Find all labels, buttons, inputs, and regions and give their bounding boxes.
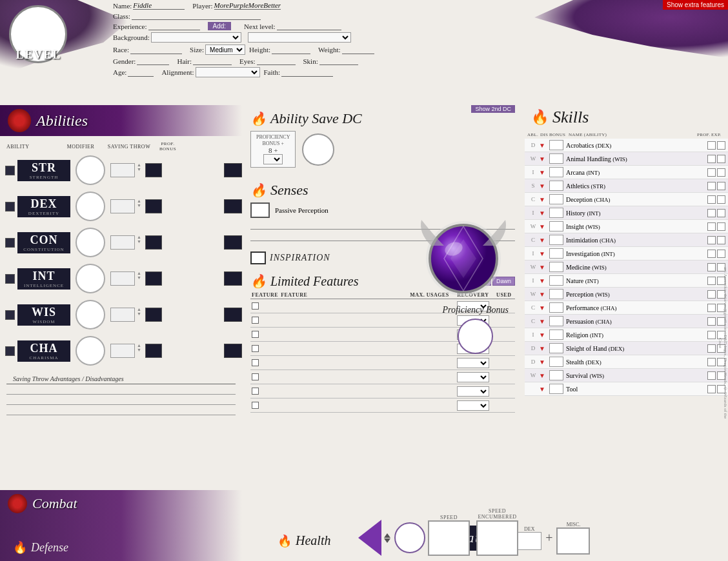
skill-prof-checkbox[interactable]	[707, 141, 716, 150]
skill-prof-checkbox[interactable]	[707, 222, 716, 231]
skill-prof-checkbox[interactable]	[707, 358, 716, 366]
skill-prof-checkbox[interactable]	[707, 331, 716, 339]
age-value[interactable]	[128, 68, 154, 77]
race-value[interactable]	[130, 46, 182, 54]
lf-row-checkbox[interactable]	[252, 317, 259, 324]
lf-recovery-select[interactable]	[457, 400, 489, 411]
ability-score-box-dex[interactable]	[5, 202, 15, 212]
lf-row-checkbox[interactable]	[252, 402, 259, 409]
misc-field[interactable]	[556, 527, 590, 555]
skill-prof-checkbox[interactable]	[707, 182, 716, 190]
lf-row-max-usages[interactable]	[409, 399, 456, 413]
lf-row-feature[interactable]	[279, 299, 409, 313]
initiative-up-icon[interactable]	[384, 533, 390, 538]
lf-row-used[interactable]	[495, 399, 515, 413]
ability-save-box-wis[interactable]	[110, 308, 135, 322]
lf-row-recovery[interactable]	[456, 370, 495, 384]
ability-side-btn-int[interactable]	[224, 271, 242, 286]
speed-field[interactable]	[428, 520, 470, 556]
lf-row-max-usages[interactable]	[409, 356, 456, 370]
prof-bonus-box-int[interactable]	[145, 271, 162, 286]
skill-prof-checkbox[interactable]	[707, 250, 716, 258]
lf-row-checkbox[interactable]	[252, 388, 259, 395]
ability-score-box-wis[interactable]	[5, 310, 15, 320]
lf-row-feature[interactable]	[279, 342, 409, 356]
lf-row-checkbox[interactable]	[252, 302, 259, 310]
ability-score-box-str[interactable]	[5, 166, 15, 175]
dc-select[interactable]	[263, 154, 283, 164]
skill-prof-checkbox[interactable]	[707, 344, 716, 353]
prof-bonus-box-str[interactable]	[145, 163, 162, 177]
ability-side-btn-dex[interactable]	[224, 199, 242, 213]
lf-row-used[interactable]	[495, 370, 515, 384]
lf-row-feature[interactable]	[279, 313, 409, 328]
skill-prof-checkbox[interactable]	[707, 290, 716, 299]
gender-value[interactable]	[137, 57, 169, 65]
skill-prof-checkbox[interactable]	[707, 317, 716, 326]
ability-score-box-cha[interactable]	[5, 346, 15, 356]
prof-bonus-box-cha[interactable]	[145, 344, 162, 358]
lf-row-checkbox[interactable]	[252, 359, 259, 366]
eyes-value[interactable]	[257, 57, 296, 65]
skill-prof-checkbox[interactable]	[707, 277, 716, 285]
lf-row-max-usages[interactable]	[409, 370, 456, 384]
skill-exp-checkbox[interactable]	[717, 236, 725, 244]
ability-side-btn-cha[interactable]	[224, 344, 242, 358]
experience-value[interactable]	[148, 22, 200, 30]
skill-prof-checkbox[interactable]	[707, 168, 716, 177]
prof-bonus-box-wis[interactable]	[145, 308, 162, 322]
initiative-steppers[interactable]	[384, 533, 390, 543]
next-level-value[interactable]	[277, 22, 341, 30]
lf-row-feature[interactable]	[279, 399, 409, 413]
skill-prof-checkbox[interactable]	[707, 236, 716, 244]
lf-row-checkbox[interactable]	[252, 345, 259, 352]
skill-exp-checkbox[interactable]	[717, 182, 725, 190]
lf-row-used[interactable]	[495, 356, 515, 370]
lf-row-recovery[interactable]	[456, 356, 495, 370]
skill-exp-checkbox[interactable]	[717, 250, 725, 258]
alignment-select[interactable]	[196, 67, 260, 77]
player-value[interactable]: MorePurpleMoreBetter	[214, 1, 281, 10]
show-features-button[interactable]: Show extra features	[663, 0, 728, 10]
skill-exp-checkbox[interactable]	[717, 155, 725, 163]
skill-prof-checkbox[interactable]	[707, 371, 716, 380]
lf-row-checkbox[interactable]	[252, 331, 259, 338]
ability-save-box-dex[interactable]	[110, 199, 135, 213]
prof-bonus-box-con[interactable]	[145, 235, 162, 250]
ability-save-box-con[interactable]	[110, 235, 135, 250]
height-value[interactable]	[272, 46, 310, 54]
speed-encumbered-field[interactable]	[476, 520, 518, 556]
lf-recovery-select[interactable]	[457, 372, 489, 382]
skill-exp-checkbox[interactable]	[717, 222, 725, 231]
skin-value[interactable]	[319, 57, 358, 65]
skill-prof-checkbox[interactable]	[707, 304, 716, 312]
ability-save-box-cha[interactable]	[110, 344, 135, 358]
background-select[interactable]	[151, 32, 241, 43]
skill-prof-checkbox[interactable]	[707, 385, 716, 393]
skill-prof-checkbox[interactable]	[707, 209, 716, 217]
lf-row-feature[interactable]	[279, 356, 409, 370]
skill-exp-checkbox[interactable]	[717, 209, 725, 217]
ability-save-box-int[interactable]	[110, 271, 135, 286]
skill-prof-checkbox[interactable]	[707, 263, 716, 271]
background-select2[interactable]	[248, 32, 351, 43]
inspiration-checkbox[interactable]	[250, 251, 266, 264]
lf-row-feature[interactable]	[279, 384, 409, 399]
initiative-down-icon[interactable]	[384, 538, 390, 543]
size-select[interactable]: Medium	[205, 44, 245, 55]
faith-value[interactable]	[281, 68, 333, 77]
hair-value[interactable]	[193, 57, 232, 65]
class-value[interactable]	[132, 12, 261, 20]
lf-recovery-select[interactable]	[457, 386, 489, 397]
prof-bonus-box-dex[interactable]	[145, 199, 162, 213]
ability-score-box-int[interactable]	[5, 274, 15, 284]
lf-row-used[interactable]	[495, 384, 515, 399]
skill-exp-checkbox[interactable]	[717, 168, 725, 177]
skill-exp-checkbox[interactable]	[717, 141, 725, 150]
lf-row-recovery[interactable]	[456, 384, 495, 399]
ability-score-box-con[interactable]	[5, 238, 15, 248]
ability-side-btn-wis[interactable]	[224, 308, 242, 322]
dex-field[interactable]	[517, 532, 541, 550]
name-value[interactable]: Fiddle	[133, 1, 185, 10]
add-button[interactable]: Add:	[208, 22, 232, 30]
